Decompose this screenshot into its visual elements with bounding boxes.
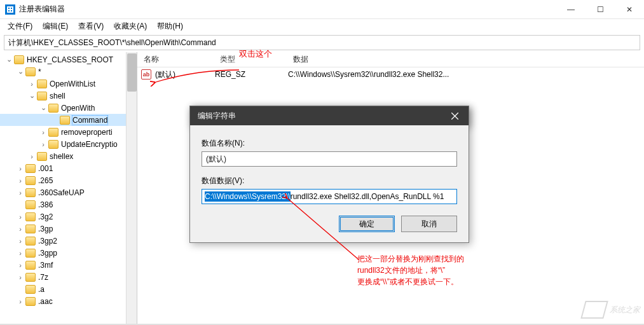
expander-icon[interactable] — [15, 177, 25, 184]
folder-icon — [25, 67, 36, 76]
tree-item[interactable]: .3g2 — [0, 211, 137, 223]
folder-icon — [37, 80, 47, 88]
tree-item[interactable]: .360SafeUAP — [0, 186, 137, 198]
main-split: HKEY_CLASSES_ROOT*OpenWithListshellOpenW… — [0, 52, 644, 324]
watermark-text: 系统之家 — [610, 305, 640, 315]
expander-icon[interactable] — [15, 213, 25, 221]
ok-button[interactable]: 确定 — [339, 216, 395, 232]
tree-item[interactable]: .001 — [0, 162, 137, 174]
folder-icon — [25, 297, 36, 306]
tree-item[interactable]: .3gpp — [0, 247, 137, 259]
expander-icon[interactable] — [4, 55, 14, 64]
dialog-title-text: 编辑字符串 — [198, 111, 441, 121]
address-bar[interactable]: 计算机\HKEY_CLASSES_ROOT\*\shell\OpenWith\C… — [4, 35, 640, 50]
value-data-rest: rundll32.exe Shell32.dll,OpenAs_RunDLL %… — [291, 192, 444, 201]
registry-tree[interactable]: HKEY_CLASSES_ROOT*OpenWithListshellOpenW… — [0, 52, 137, 324]
expander-icon[interactable] — [15, 261, 25, 269]
expander-icon[interactable] — [27, 153, 37, 160]
tree-item[interactable]: removeproperti — [0, 126, 137, 138]
dialog-titlebar[interactable]: 编辑字符串 — [190, 106, 469, 125]
folder-icon — [37, 152, 47, 161]
window-title: 注册表编辑器 — [19, 4, 556, 15]
tree-item-label: .7z — [38, 273, 48, 282]
cancel-button[interactable]: 取消 — [401, 216, 457, 232]
expander-icon[interactable] — [15, 67, 25, 76]
minimize-button[interactable]: — — [556, 0, 586, 19]
tree-item-label: shell — [50, 92, 65, 100]
expander-icon[interactable] — [15, 249, 25, 257]
folder-icon — [25, 273, 36, 282]
tree-item-label: OpenWithList — [50, 80, 95, 88]
menu-edit[interactable]: 编辑(E) — [39, 20, 72, 33]
tree-item[interactable]: .aac — [0, 295, 137, 307]
value-name-input[interactable] — [202, 151, 457, 167]
col-header-data[interactable]: 数据 — [287, 54, 644, 65]
cell-type: REG_SZ — [215, 70, 288, 79]
annotation-bottom-l3: 更换成“\\”或者不更换试一下。 — [357, 276, 464, 287]
tree-item-label: shellex — [50, 152, 73, 161]
tree-item[interactable]: HKEY_CLASSES_ROOT — [0, 53, 137, 66]
tree-item-label: .001 — [38, 164, 53, 173]
expander-icon[interactable] — [15, 298, 25, 305]
menu-favorites[interactable]: 收藏夹(A) — [110, 20, 151, 33]
value-data-input[interactable]: C:\\Windows\\Sysrem32\\rundll32.exe Shel… — [202, 189, 457, 204]
folder-icon — [25, 176, 36, 185]
edit-string-dialog: 编辑字符串 数值名称(N): 数值数据(V): C:\\Windows\\Sys… — [189, 106, 469, 243]
tree-item[interactable]: .3gp2 — [0, 235, 137, 247]
tree-item-label: .a — [38, 285, 45, 294]
tree-item[interactable]: .7z — [0, 271, 137, 283]
expander-icon[interactable] — [38, 104, 48, 112]
col-header-type[interactable]: 类型 — [214, 54, 287, 65]
close-icon — [451, 113, 458, 120]
tree-scrollbar[interactable] — [126, 52, 137, 324]
tree-item[interactable]: Command — [0, 114, 137, 126]
tree-item[interactable]: shell — [0, 90, 137, 102]
expander-icon[interactable] — [15, 189, 25, 197]
tree-item-label: OpenWith — [61, 104, 95, 113]
col-header-name[interactable]: 名称 — [137, 54, 214, 65]
menu-help[interactable]: 帮助(H) — [153, 20, 187, 33]
expander-icon[interactable] — [15, 165, 25, 172]
tree-item-label: .386 — [38, 200, 53, 209]
expander-icon[interactable] — [27, 92, 37, 100]
expander-icon[interactable] — [38, 141, 48, 148]
tree-item[interactable]: .3mf — [0, 259, 137, 271]
tree-item[interactable]: UpdateEncryptio — [0, 138, 137, 150]
scrollbar-thumb[interactable] — [127, 53, 137, 92]
tree-item[interactable]: .265 — [0, 174, 137, 186]
folder-icon — [60, 116, 70, 125]
maximize-button[interactable]: ☐ — [586, 0, 615, 19]
value-data-selection: C:\\Windows\\Sysrem32\\ — [205, 191, 291, 202]
tree-item-label: .265 — [38, 176, 53, 185]
folder-icon — [25, 225, 36, 233]
tree-item[interactable]: OpenWithList — [0, 78, 137, 90]
expander-icon[interactable] — [15, 273, 25, 281]
tree-item-label: .3g2 — [38, 212, 53, 221]
tree-item[interactable]: OpenWith — [0, 102, 137, 114]
folder-icon — [25, 237, 36, 245]
tree-item[interactable]: shellex — [0, 150, 137, 162]
close-button[interactable]: ✕ — [615, 0, 644, 19]
tree-item-label: .3gp — [38, 225, 53, 233]
tree-item-label: HKEY_CLASSES_ROOT — [27, 55, 113, 64]
expander-icon[interactable] — [27, 80, 37, 88]
tree-item[interactable]: .3gp — [0, 223, 137, 235]
value-name-label: 数值名称(N): — [202, 138, 457, 149]
tree-item[interactable]: .a — [0, 283, 137, 295]
menu-view[interactable]: 查看(V) — [74, 20, 107, 33]
expander-icon[interactable] — [38, 128, 48, 136]
expander-icon[interactable] — [15, 237, 25, 245]
folder-icon — [25, 188, 36, 197]
list-panel: 名称 类型 数据 ab (默认) REG_SZ C:\\Windows\\Sys… — [137, 52, 644, 324]
dialog-close-button[interactable] — [441, 106, 469, 125]
tree-item[interactable]: .386 — [0, 198, 137, 211]
cell-name: (默认) — [155, 69, 215, 80]
annotation-bottom-l1: 把这一部分替换为刚刚查找到的 — [357, 253, 464, 265]
tree-item[interactable]: * — [0, 66, 137, 78]
expander-icon[interactable] — [15, 225, 25, 233]
list-row-default[interactable]: ab (默认) REG_SZ C:\\Windows\\Sysrem32\\ru… — [137, 67, 644, 81]
cell-data: C:\\Windows\\Sysrem32\\rundll32.exe Shel… — [288, 70, 644, 79]
tree-item-label: .360SafeUAP — [38, 188, 85, 197]
menu-file[interactable]: 文件(F) — [4, 20, 36, 33]
folder-icon — [14, 55, 24, 64]
